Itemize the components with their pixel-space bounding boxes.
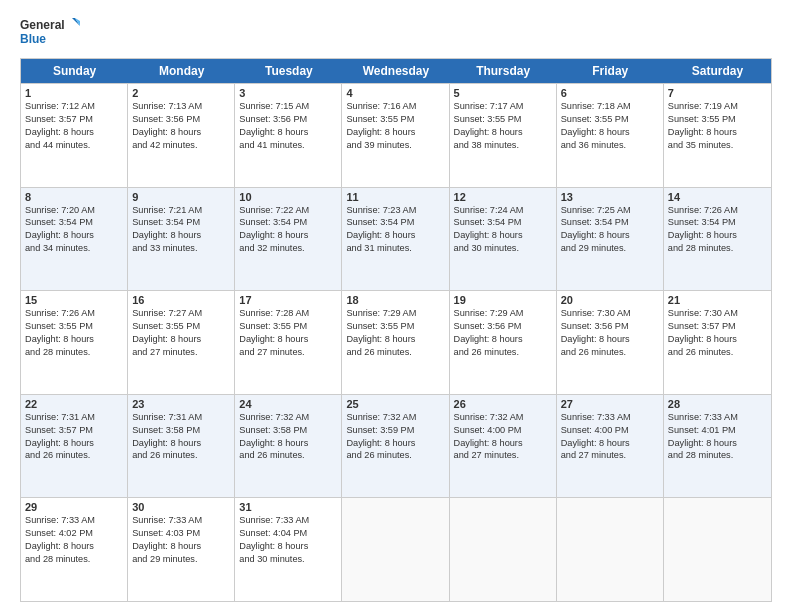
daylight: Daylight: 8 hours — [561, 437, 659, 450]
daylight: Daylight: 8 hours — [132, 126, 230, 139]
sunset: Sunset: 3:55 PM — [239, 320, 337, 333]
sunset: Sunset: 3:56 PM — [561, 320, 659, 333]
sunrise: Sunrise: 7:26 AM — [668, 204, 767, 217]
sunrise: Sunrise: 7:12 AM — [25, 100, 123, 113]
daylight: Daylight: 8 hours — [239, 540, 337, 553]
day-number: 17 — [239, 294, 337, 306]
daylight-mins: and 28 minutes. — [25, 346, 123, 359]
day-number: 4 — [346, 87, 444, 99]
calendar-cell: 2Sunrise: 7:13 AMSunset: 3:56 PMDaylight… — [128, 84, 235, 187]
sunset: Sunset: 4:02 PM — [25, 527, 123, 540]
day-number: 2 — [132, 87, 230, 99]
sunrise: Sunrise: 7:16 AM — [346, 100, 444, 113]
sunset: Sunset: 3:56 PM — [454, 320, 552, 333]
calendar-cell — [450, 498, 557, 601]
sunrise: Sunrise: 7:32 AM — [454, 411, 552, 424]
sunrise: Sunrise: 7:17 AM — [454, 100, 552, 113]
sunset: Sunset: 4:00 PM — [561, 424, 659, 437]
daylight: Daylight: 8 hours — [668, 437, 767, 450]
sunset: Sunset: 3:55 PM — [668, 113, 767, 126]
header-day-monday: Monday — [128, 59, 235, 83]
sunrise: Sunrise: 7:29 AM — [346, 307, 444, 320]
calendar-cell — [664, 498, 771, 601]
day-number: 16 — [132, 294, 230, 306]
daylight: Daylight: 8 hours — [668, 229, 767, 242]
calendar-cell: 18Sunrise: 7:29 AMSunset: 3:55 PMDayligh… — [342, 291, 449, 394]
sunset: Sunset: 4:00 PM — [454, 424, 552, 437]
day-number: 8 — [25, 191, 123, 203]
daylight: Daylight: 8 hours — [346, 437, 444, 450]
day-number: 18 — [346, 294, 444, 306]
header: General Blue — [20, 16, 772, 48]
calendar-body: 1Sunrise: 7:12 AMSunset: 3:57 PMDaylight… — [21, 83, 771, 601]
daylight: Daylight: 8 hours — [454, 437, 552, 450]
sunrise: Sunrise: 7:28 AM — [239, 307, 337, 320]
sunrise: Sunrise: 7:13 AM — [132, 100, 230, 113]
daylight-mins: and 30 minutes. — [239, 553, 337, 566]
sunset: Sunset: 3:57 PM — [25, 424, 123, 437]
sunrise: Sunrise: 7:33 AM — [561, 411, 659, 424]
daylight-mins: and 26 minutes. — [561, 346, 659, 359]
daylight-mins: and 30 minutes. — [454, 242, 552, 255]
daylight: Daylight: 8 hours — [561, 126, 659, 139]
calendar-cell: 20Sunrise: 7:30 AMSunset: 3:56 PMDayligh… — [557, 291, 664, 394]
day-number: 22 — [25, 398, 123, 410]
sunrise: Sunrise: 7:30 AM — [668, 307, 767, 320]
daylight-mins: and 27 minutes. — [132, 346, 230, 359]
daylight-mins: and 33 minutes. — [132, 242, 230, 255]
calendar-cell: 23Sunrise: 7:31 AMSunset: 3:58 PMDayligh… — [128, 395, 235, 498]
calendar-cell: 8Sunrise: 7:20 AMSunset: 3:54 PMDaylight… — [21, 188, 128, 291]
sunrise: Sunrise: 7:18 AM — [561, 100, 659, 113]
daylight-mins: and 29 minutes. — [132, 553, 230, 566]
sunrise: Sunrise: 7:32 AM — [346, 411, 444, 424]
daylight: Daylight: 8 hours — [561, 333, 659, 346]
calendar-cell: 1Sunrise: 7:12 AMSunset: 3:57 PMDaylight… — [21, 84, 128, 187]
daylight: Daylight: 8 hours — [25, 437, 123, 450]
day-number: 7 — [668, 87, 767, 99]
daylight: Daylight: 8 hours — [132, 229, 230, 242]
sunset: Sunset: 3:56 PM — [239, 113, 337, 126]
sunset: Sunset: 4:03 PM — [132, 527, 230, 540]
calendar-cell: 28Sunrise: 7:33 AMSunset: 4:01 PMDayligh… — [664, 395, 771, 498]
day-number: 19 — [454, 294, 552, 306]
calendar-week-2: 8Sunrise: 7:20 AMSunset: 3:54 PMDaylight… — [21, 187, 771, 291]
daylight-mins: and 44 minutes. — [25, 139, 123, 152]
sunrise: Sunrise: 7:26 AM — [25, 307, 123, 320]
page: General Blue SundayMondayTuesdayWednesda… — [0, 0, 792, 612]
daylight-mins: and 26 minutes. — [668, 346, 767, 359]
day-number: 5 — [454, 87, 552, 99]
sunrise: Sunrise: 7:30 AM — [561, 307, 659, 320]
calendar: SundayMondayTuesdayWednesdayThursdayFrid… — [20, 58, 772, 602]
sunset: Sunset: 3:54 PM — [668, 216, 767, 229]
calendar-cell: 21Sunrise: 7:30 AMSunset: 3:57 PMDayligh… — [664, 291, 771, 394]
daylight: Daylight: 8 hours — [25, 229, 123, 242]
daylight-mins: and 26 minutes. — [454, 346, 552, 359]
sunrise: Sunrise: 7:20 AM — [25, 204, 123, 217]
day-number: 24 — [239, 398, 337, 410]
sunrise: Sunrise: 7:31 AM — [132, 411, 230, 424]
daylight: Daylight: 8 hours — [239, 229, 337, 242]
sunset: Sunset: 3:55 PM — [25, 320, 123, 333]
sunset: Sunset: 3:58 PM — [239, 424, 337, 437]
calendar-cell: 22Sunrise: 7:31 AMSunset: 3:57 PMDayligh… — [21, 395, 128, 498]
calendar-week-3: 15Sunrise: 7:26 AMSunset: 3:55 PMDayligh… — [21, 290, 771, 394]
calendar-cell: 9Sunrise: 7:21 AMSunset: 3:54 PMDaylight… — [128, 188, 235, 291]
daylight: Daylight: 8 hours — [346, 333, 444, 346]
daylight: Daylight: 8 hours — [454, 126, 552, 139]
sunset: Sunset: 3:58 PM — [132, 424, 230, 437]
calendar-cell: 29Sunrise: 7:33 AMSunset: 4:02 PMDayligh… — [21, 498, 128, 601]
sunrise: Sunrise: 7:33 AM — [239, 514, 337, 527]
calendar-cell: 12Sunrise: 7:24 AMSunset: 3:54 PMDayligh… — [450, 188, 557, 291]
calendar-week-5: 29Sunrise: 7:33 AMSunset: 4:02 PMDayligh… — [21, 497, 771, 601]
day-number: 1 — [25, 87, 123, 99]
sunset: Sunset: 3:54 PM — [346, 216, 444, 229]
sunset: Sunset: 3:55 PM — [346, 320, 444, 333]
sunrise: Sunrise: 7:15 AM — [239, 100, 337, 113]
svg-text:Blue: Blue — [20, 32, 46, 46]
calendar-cell: 7Sunrise: 7:19 AMSunset: 3:55 PMDaylight… — [664, 84, 771, 187]
sunset: Sunset: 3:54 PM — [239, 216, 337, 229]
sunrise: Sunrise: 7:22 AM — [239, 204, 337, 217]
day-number: 25 — [346, 398, 444, 410]
daylight: Daylight: 8 hours — [239, 333, 337, 346]
daylight: Daylight: 8 hours — [25, 333, 123, 346]
